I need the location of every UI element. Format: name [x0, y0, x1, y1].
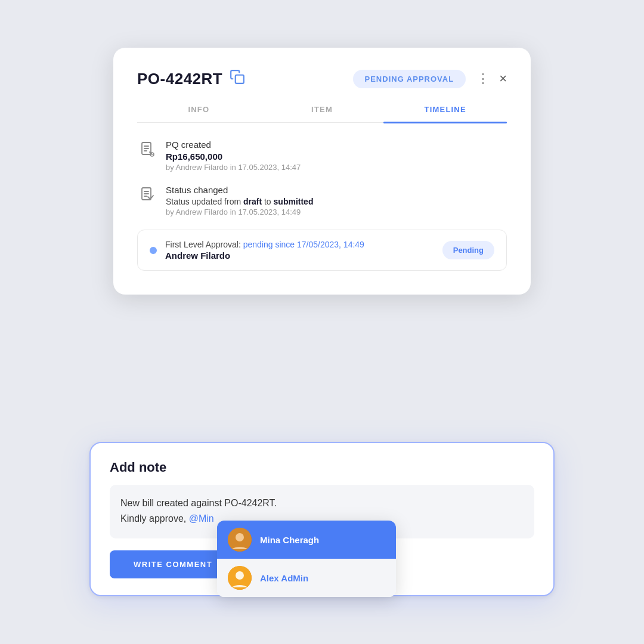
entry-meta-pq: by Andrew Filardo in 17.05.2023, 14:47 [166, 163, 301, 172]
close-icon[interactable]: × [499, 71, 507, 86]
tab-item[interactable]: ITEM [261, 105, 384, 122]
approval-status-button[interactable]: Pending [442, 241, 494, 259]
mention-dropdown: Mina Cheragh Alex AdMin [217, 521, 396, 597]
tab-timeline[interactable]: TIMELINE [383, 105, 507, 122]
entry-content-pq-created: PQ created Rp16,650,000 by Andrew Filard… [166, 140, 301, 172]
tab-info[interactable]: INFO [137, 105, 261, 122]
entry-content-status-changed: Status changed Status updated from draft… [166, 185, 313, 216]
mention-item-alex[interactable]: Alex AdMin [217, 559, 396, 597]
approval-card: First Level Approval: pending since 17/0… [137, 230, 507, 271]
card-header: PO-4242RT PENDING APPROVAL ⋮ × [137, 69, 507, 88]
entry-title-status: Status changed [166, 185, 313, 195]
svg-point-13 [236, 571, 244, 580]
approval-person: Andrew Filardo [165, 250, 442, 261]
pq-created-icon [137, 140, 157, 160]
timeline-entry-status-changed: Status changed Status updated from draft… [137, 185, 507, 216]
tabs: INFO ITEM TIMELINE [137, 105, 507, 123]
status-changed-icon [137, 185, 157, 205]
add-note-title: Add note [110, 460, 534, 475]
comment-mention: @Min [189, 513, 214, 524]
copy-icon[interactable] [230, 69, 245, 88]
svg-point-11 [236, 533, 244, 541]
status-badge: PENDING APPROVAL [353, 70, 466, 88]
approval-content: First Level Approval: pending since 17/0… [165, 240, 442, 261]
more-icon[interactable]: ⋮ [476, 71, 491, 86]
entry-amount: Rp16,650,000 [166, 151, 301, 162]
timeline-entry-pq-created: PQ created Rp16,650,000 by Andrew Filard… [137, 140, 507, 172]
svg-rect-0 [236, 75, 244, 83]
main-card: PO-4242RT PENDING APPROVAL ⋮ × INFO ITEM… [113, 48, 531, 295]
avatar-alex [228, 566, 252, 590]
mention-item-mina[interactable]: Mina Cheragh [217, 521, 396, 559]
approval-pending-text: pending since 17/05/2023, 14:49 [243, 240, 364, 249]
comment-box[interactable]: New bill created against PO-4242RT. Kind… [110, 485, 534, 538]
mention-name-alex: Alex AdMin [260, 573, 308, 583]
avatar-mina [228, 528, 252, 552]
approval-label: First Level Approval: pending since 17/0… [165, 240, 442, 249]
mention-name-mina: Mina Cheragh [260, 535, 319, 545]
add-note-card: Add note New bill created against PO-424… [89, 442, 555, 596]
po-id: PO-4242RT [137, 70, 222, 88]
approval-dot [150, 247, 157, 254]
entry-title-pq: PQ created [166, 140, 301, 150]
entry-status-change: Status updated from draft to submitted [166, 197, 313, 206]
entry-meta-status: by Andrew Filardo in 17.05.2023, 14:49 [166, 208, 313, 216]
